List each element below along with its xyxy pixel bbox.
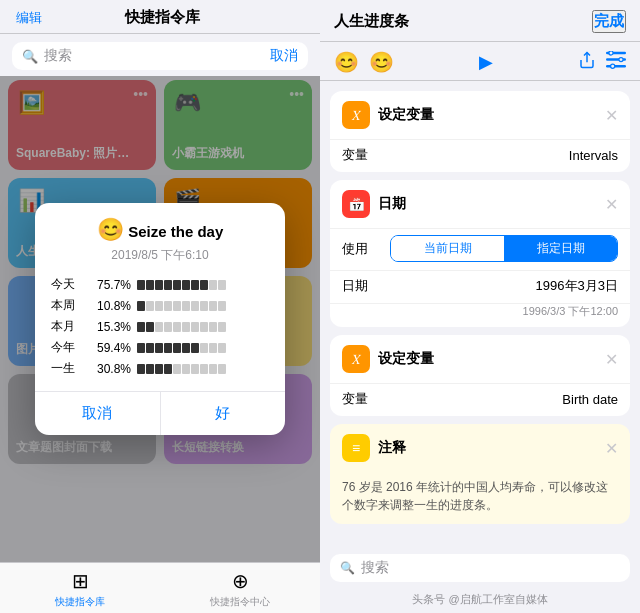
- birthdate-row: 变量 Birth date: [330, 383, 630, 416]
- close-icon[interactable]: ✕: [605, 195, 618, 214]
- row-pct: 59.4%: [93, 341, 131, 355]
- popup-row-today: 今天 75.7%: [51, 276, 269, 293]
- progress-block: [164, 280, 172, 290]
- note-icon: ≡: [342, 434, 370, 462]
- progress-block: [173, 343, 181, 353]
- progress-block: [155, 280, 163, 290]
- current-date-button[interactable]: 当前日期: [391, 236, 504, 261]
- progress-block: [182, 343, 190, 353]
- row-label: 本周: [51, 297, 87, 314]
- share-icon[interactable]: [578, 51, 596, 74]
- progress-block: [173, 364, 181, 374]
- date-toggle[interactable]: 当前日期 指定日期: [390, 235, 618, 262]
- card-label: 日期: [378, 195, 597, 213]
- card-header: 📅 日期 ✕: [330, 180, 630, 228]
- progress-block: [146, 280, 154, 290]
- progress-block: [155, 364, 163, 374]
- close-icon[interactable]: ✕: [605, 350, 618, 369]
- grid-icon: ⊞: [72, 569, 89, 593]
- action-card-date: 📅 日期 ✕ 使用 当前日期 指定日期 日期 1996年3月3日 1996/3/…: [330, 180, 630, 327]
- gallery-icon: ⊕: [232, 569, 249, 593]
- right-header: 人生进度条 完成: [320, 0, 640, 42]
- right-content: 𝑋 设定变量 ✕ 变量 Intervals 📅 日期 ✕ 使用: [320, 81, 640, 554]
- card-header: 𝑋 设定变量 ✕: [330, 335, 630, 383]
- progress-track: [137, 364, 269, 374]
- progress-block: [182, 322, 190, 332]
- date-value: 1996年3月3日: [536, 277, 618, 295]
- popup-row-month: 本月 15.3%: [51, 318, 269, 335]
- progress-block: [146, 301, 154, 311]
- row-key: 变量: [342, 146, 382, 164]
- tab-shortcuts-gallery[interactable]: ⊕ 快捷指令中心: [160, 569, 320, 609]
- progress-block: [191, 343, 199, 353]
- settings-icon[interactable]: [606, 51, 626, 74]
- face1-icon[interactable]: 😊: [334, 50, 359, 74]
- progress-block: [137, 280, 145, 290]
- progress-block: [173, 301, 181, 311]
- popup-emoji: 😊: [97, 217, 124, 242]
- left-tab-bar: ⊞ 快捷指令库 ⊕ 快捷指令中心: [0, 562, 320, 613]
- search-icon: 🔍: [22, 49, 38, 64]
- progress-block: [218, 364, 226, 374]
- progress-block: [191, 301, 199, 311]
- popup-ok-button[interactable]: 好: [161, 392, 286, 435]
- progress-track: [137, 343, 269, 353]
- progress-block: [191, 364, 199, 374]
- popup-row-week: 本周 10.8%: [51, 297, 269, 314]
- popup-cancel-button[interactable]: 取消: [35, 392, 161, 435]
- row-pct: 30.8%: [93, 362, 131, 376]
- note-content: 76 岁是 2016 年统计的中国人均寿命，可以修改这个数字来调整一生的进度条。: [330, 472, 630, 524]
- progress-block: [200, 301, 208, 311]
- progress-block: [182, 280, 190, 290]
- popup-actions: 取消 好: [35, 391, 285, 435]
- progress-block: [209, 280, 217, 290]
- progress-block: [200, 343, 208, 353]
- popup-rows: 今天 75.7%: [35, 272, 285, 391]
- popup-subtitle: 2019/8/5 下午6:10: [35, 247, 285, 264]
- close-icon[interactable]: ✕: [605, 439, 618, 458]
- progress-block: [173, 322, 181, 332]
- right-search-bar[interactable]: 🔍 搜索: [330, 554, 630, 582]
- progress-block: [209, 364, 217, 374]
- row-value: Intervals: [569, 148, 618, 163]
- left-search-label: 搜索: [44, 47, 264, 65]
- date-value-row: 日期 1996年3月3日: [330, 270, 630, 303]
- row-pct: 15.3%: [93, 320, 131, 334]
- progress-track: [137, 301, 269, 311]
- svg-point-4: [609, 51, 613, 55]
- progress-block: [137, 322, 145, 332]
- popup-row-life: 一生 30.8%: [51, 360, 269, 377]
- row-key: 变量: [342, 390, 382, 408]
- face2-icon[interactable]: 😊: [369, 50, 394, 74]
- close-icon[interactable]: ✕: [605, 106, 618, 125]
- done-button[interactable]: 完成: [592, 10, 626, 33]
- progress-block: [164, 322, 172, 332]
- variable-icon-label2: 𝑋: [352, 351, 361, 368]
- progress-block: [200, 364, 208, 374]
- row-pct: 10.8%: [93, 299, 131, 313]
- date-use-row: 使用 当前日期 指定日期: [330, 228, 630, 270]
- progress-block: [164, 364, 172, 374]
- popup: 😊 Seize the day 2019/8/5 下午6:10 今天 75.7%: [35, 203, 285, 435]
- left-panel-title: 快捷指令库: [46, 8, 278, 27]
- action-card-note: ≡ 注释 ✕ 76 岁是 2016 年统计的中国人均寿命，可以修改这个数字来调整…: [330, 424, 630, 524]
- specified-date-button[interactable]: 指定日期: [504, 236, 617, 261]
- tab-label: 快捷指令库: [55, 595, 105, 609]
- date-subrow: 1996/3/3 下午12:00: [330, 303, 630, 327]
- cancel-button[interactable]: 取消: [270, 47, 298, 65]
- date-sub-value: 1996/3/3 下午12:00: [523, 304, 618, 319]
- toolbar-left-icons: 😊 😊: [334, 50, 394, 74]
- right-search-label: 搜索: [361, 559, 389, 577]
- row-label: 今年: [51, 339, 87, 356]
- tab-shortcuts-library[interactable]: ⊞ 快捷指令库: [0, 569, 160, 609]
- action-card-variable-intervals: 𝑋 设定变量 ✕ 变量 Intervals: [330, 91, 630, 172]
- row-value: Birth date: [562, 392, 618, 407]
- left-header: 编辑 快捷指令库: [0, 0, 320, 34]
- tab-label: 快捷指令中心: [210, 595, 270, 609]
- progress-block: [218, 301, 226, 311]
- progress-block: [182, 364, 190, 374]
- progress-block: [164, 301, 172, 311]
- play-icon[interactable]: ▶: [479, 51, 493, 73]
- variable-icon: 𝑋: [342, 345, 370, 373]
- edit-button[interactable]: 编辑: [12, 9, 46, 27]
